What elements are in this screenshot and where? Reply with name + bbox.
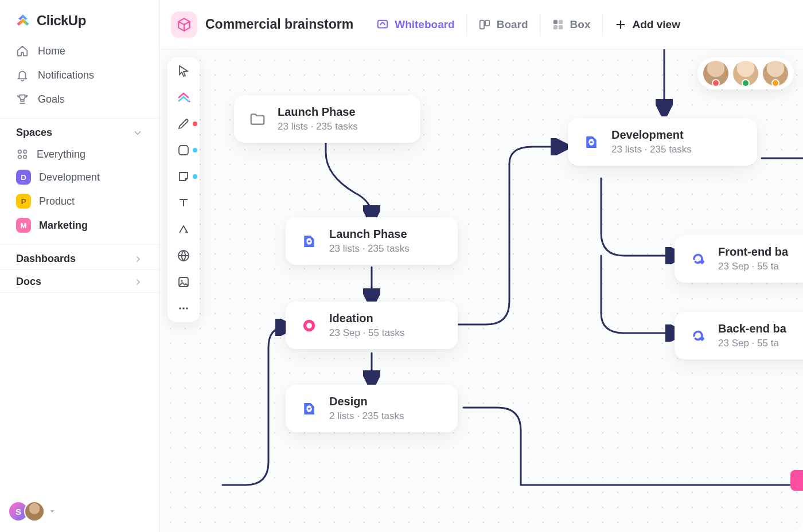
- docs-header[interactable]: Docs: [0, 269, 159, 292]
- dashboards-header[interactable]: Dashboards: [0, 244, 159, 269]
- card-frontend[interactable]: Front-end ba 23 Sep · 55 ta: [675, 235, 803, 283]
- card-meta: 2 lists · 235 tasks: [329, 410, 404, 422]
- app-logo[interactable]: ClickUp: [0, 0, 159, 39]
- everything-label: Everything: [37, 148, 85, 161]
- svg-rect-7: [553, 19, 557, 24]
- tab-label: Board: [497, 18, 528, 31]
- web-tool[interactable]: [177, 249, 190, 263]
- chevron-right-icon: [134, 277, 143, 287]
- ring-icon: [299, 316, 319, 335]
- spaces-header[interactable]: Spaces: [0, 118, 159, 143]
- nav-notifications[interactable]: Notifications: [0, 63, 159, 87]
- chevron-right-icon: [134, 255, 143, 264]
- nav-notifications-label: Notifications: [38, 69, 94, 81]
- pen-icon: [177, 117, 190, 131]
- board-icon: [478, 18, 491, 31]
- spaces-header-label: Spaces: [16, 127, 52, 139]
- card-title: Launch Phase: [278, 105, 358, 119]
- card-backend[interactable]: Back-end ba 23 Sep · 55 ta: [675, 312, 803, 359]
- globe-icon: [177, 249, 190, 263]
- space-label: Product: [39, 195, 75, 208]
- clickup-add-icon: +: [177, 91, 190, 104]
- note-tool[interactable]: [177, 170, 190, 183]
- clickup-tool[interactable]: +: [177, 91, 190, 104]
- whiteboard-toolbar: +: [167, 57, 200, 322]
- svg-rect-9: [553, 25, 557, 29]
- more-tool[interactable]: [177, 302, 190, 315]
- svg-rect-6: [485, 20, 489, 25]
- folder-icon: [248, 109, 267, 129]
- sidebar-item-everything[interactable]: Everything: [0, 143, 159, 165]
- space-badge-product: P: [16, 194, 31, 209]
- collaborator-avatar: [763, 61, 788, 86]
- card-launch-phase-mid[interactable]: Launch Phase 23 lists · 235 tasks: [286, 217, 458, 265]
- home-icon: [16, 45, 29, 57]
- nav-home[interactable]: Home: [0, 39, 159, 63]
- space-badge-marketing: M: [16, 218, 31, 233]
- svg-point-19: [305, 321, 313, 330]
- sidebar-item-development[interactable]: D Development: [0, 165, 159, 189]
- tab-label: Add view: [633, 18, 680, 31]
- space-label: Marketing: [39, 220, 88, 232]
- nav-home-label: Home: [38, 45, 65, 57]
- whiteboard-canvas[interactable]: +: [159, 49, 803, 532]
- card-title: Front-end ba: [718, 245, 788, 259]
- view-tabs: Whiteboard Board Box Add view: [365, 14, 692, 36]
- card-title: Back-end ba: [718, 322, 786, 335]
- card-ideation[interactable]: Ideation 23 Sep · 55 tasks: [286, 302, 458, 349]
- tab-board[interactable]: Board: [466, 14, 540, 36]
- sidebar-item-marketing[interactable]: M Marketing: [0, 213, 159, 237]
- svg-point-2: [18, 155, 22, 159]
- sidebar-item-product[interactable]: P Product: [0, 189, 159, 213]
- text-icon: [177, 196, 190, 210]
- card-title: Development: [611, 128, 692, 142]
- svg-point-0: [18, 150, 22, 154]
- card-meta: 23 lists · 235 tasks: [329, 243, 410, 255]
- card-meta: 23 Sep · 55 ta: [718, 261, 788, 272]
- svg-text:+: +: [188, 98, 190, 104]
- pen-tool[interactable]: [177, 117, 190, 131]
- tab-whiteboard[interactable]: Whiteboard: [365, 14, 466, 36]
- tab-add-view[interactable]: Add view: [602, 14, 692, 36]
- topbar: Commercial brainstorm Whiteboard Board B…: [159, 0, 803, 49]
- svg-point-16: [179, 307, 181, 310]
- card-title: Ideation: [329, 312, 404, 325]
- card-launch-phase-top[interactable]: Launch Phase 23 lists · 235 tasks: [234, 95, 420, 143]
- avatar-user: [24, 501, 45, 522]
- svg-point-15: [181, 280, 183, 282]
- cube-icon: [177, 17, 192, 32]
- box-icon: [552, 18, 564, 31]
- shape-tool[interactable]: [177, 143, 190, 157]
- space-label: Development: [39, 171, 100, 183]
- space-badge-development: D: [16, 170, 31, 185]
- sync-icon: [299, 399, 319, 418]
- card-title: Design: [329, 395, 404, 408]
- svg-point-17: [182, 307, 185, 310]
- tab-label: Whiteboard: [395, 18, 455, 31]
- page-space-chip[interactable]: [171, 11, 197, 38]
- nav-goals[interactable]: Goals: [0, 87, 159, 111]
- sync-icon: [582, 132, 601, 152]
- bell-icon: [16, 69, 29, 81]
- card-design[interactable]: Design 2 lists · 235 tasks: [286, 385, 458, 432]
- grid-dots-icon: [16, 148, 29, 161]
- chevron-down-icon: [132, 128, 143, 138]
- page-title: Commercial brainstorm: [205, 17, 353, 32]
- tab-box[interactable]: Box: [540, 14, 602, 36]
- card-meta: 23 Sep · 55 ta: [718, 338, 786, 349]
- text-tool[interactable]: [177, 196, 190, 210]
- loop-icon: [688, 249, 708, 269]
- svg-rect-8: [559, 19, 563, 24]
- sync-icon: [299, 232, 319, 251]
- cursor-handle[interactable]: [790, 470, 803, 491]
- connector-tool[interactable]: [177, 222, 190, 236]
- tab-label: Box: [570, 18, 591, 31]
- main: Commercial brainstorm Whiteboard Board B…: [159, 0, 803, 532]
- collaborator-pills[interactable]: [697, 57, 794, 89]
- sidebar-footer[interactable]: S: [0, 491, 159, 532]
- card-development[interactable]: Development 23 lists · 235 tasks: [568, 118, 757, 166]
- sticky-icon: [177, 170, 190, 183]
- card-title: Launch Phase: [329, 228, 410, 241]
- pointer-tool[interactable]: [177, 64, 190, 78]
- image-tool[interactable]: [177, 275, 190, 289]
